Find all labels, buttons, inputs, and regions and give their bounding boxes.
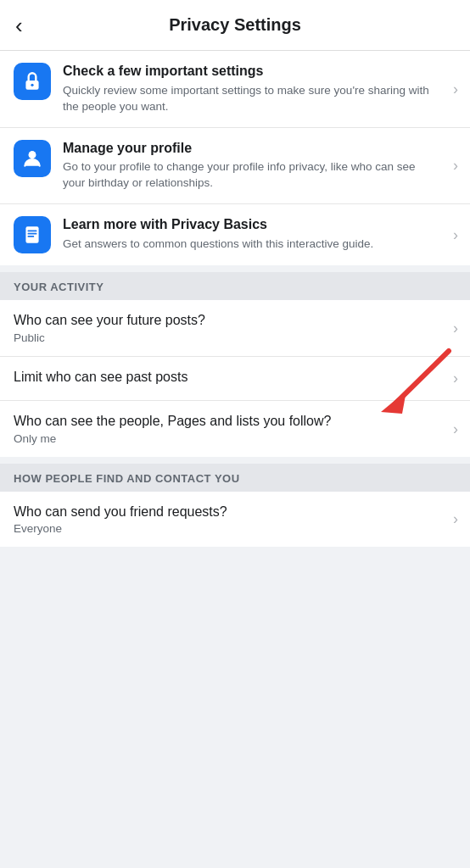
- check-settings-item[interactable]: Check a few important settings Quickly r…: [0, 51, 470, 128]
- past-posts-title: Limit who can see past posts: [14, 369, 436, 387]
- friend-requests-sub: Everyone: [14, 522, 436, 535]
- manage-profile-text: Manage your profile Go to your profile t…: [63, 140, 456, 192]
- svg-point-3: [29, 151, 36, 159]
- chevron-icon: ›: [453, 420, 458, 437]
- chevron-icon: ›: [453, 80, 458, 97]
- manage-profile-item[interactable]: Manage your profile Go to your profile t…: [0, 128, 470, 205]
- follow-sub: Only me: [14, 432, 436, 445]
- privacy-basics-desc: Get answers to common questions with thi…: [63, 236, 436, 253]
- svg-rect-7: [28, 236, 35, 237]
- past-posts-item[interactable]: Limit who can see past posts ›: [0, 357, 470, 401]
- check-settings-text: Check a few important settings Quickly r…: [63, 63, 456, 115]
- how-find-header: HOW PEOPLE FIND AND CONTACT YOU: [0, 464, 470, 492]
- chevron-icon: ›: [453, 510, 458, 528]
- manage-profile-desc: Go to your profile to change your profil…: [63, 159, 436, 192]
- back-button[interactable]: ‹: [15, 14, 23, 36]
- manage-profile-title: Manage your profile: [63, 140, 436, 158]
- privacy-basics-text: Learn more with Privacy Basics Get answe…: [63, 216, 456, 253]
- how-find-section: Who can send you friend requests? Everyo…: [0, 492, 470, 548]
- friend-requests-text: Who can send you friend requests? Everyo…: [14, 504, 456, 536]
- svg-rect-6: [28, 233, 37, 235]
- svg-rect-5: [28, 231, 37, 232]
- profile-icon-bg: [14, 140, 51, 177]
- chevron-icon: ›: [453, 320, 458, 337]
- chevron-icon: ›: [453, 226, 458, 244]
- lock-icon: [21, 70, 43, 92]
- lock-icon-bg: [14, 63, 51, 100]
- header: ‹ Privacy Settings: [0, 0, 470, 51]
- chevron-icon: ›: [453, 370, 458, 387]
- privacy-basics-title: Learn more with Privacy Basics: [63, 216, 436, 234]
- privacy-basics-item[interactable]: Learn more with Privacy Basics Get answe…: [0, 204, 470, 265]
- follow-item[interactable]: Who can see the people, Pages and lists …: [0, 401, 470, 457]
- friend-requests-item[interactable]: Who can send you friend requests? Everyo…: [0, 492, 470, 548]
- past-posts-text: Limit who can see past posts: [14, 369, 456, 388]
- book-icon: [21, 224, 43, 246]
- check-settings-desc: Quickly review some important settings t…: [63, 83, 436, 115]
- your-activity-header: YOUR ACTIVITY: [0, 272, 470, 300]
- page-title: Privacy Settings: [169, 15, 301, 35]
- how-find-label: HOW PEOPLE FIND AND CONTACT YOU: [14, 472, 456, 485]
- svg-rect-4: [25, 226, 38, 243]
- future-posts-text: Who can see your future posts? Public: [14, 312, 456, 344]
- follow-title: Who can see the people, Pages and lists …: [14, 413, 436, 431]
- future-posts-sub: Public: [14, 331, 436, 344]
- svg-point-1: [31, 84, 33, 86]
- follow-text: Who can see the people, Pages and lists …: [14, 413, 456, 445]
- your-activity-section: Who can see your future posts? Public › …: [0, 300, 470, 456]
- person-icon: [21, 147, 43, 170]
- future-posts-item[interactable]: Who can see your future posts? Public ›: [0, 300, 470, 357]
- friend-requests-title: Who can send you friend requests?: [14, 504, 436, 521]
- book-icon-bg: [14, 216, 51, 253]
- future-posts-title: Who can see your future posts?: [14, 312, 436, 330]
- chevron-icon: ›: [453, 157, 458, 175]
- your-activity-label: YOUR ACTIVITY: [14, 281, 456, 293]
- top-settings-section: Check a few important settings Quickly r…: [0, 51, 470, 265]
- check-settings-title: Check a few important settings: [63, 63, 436, 81]
